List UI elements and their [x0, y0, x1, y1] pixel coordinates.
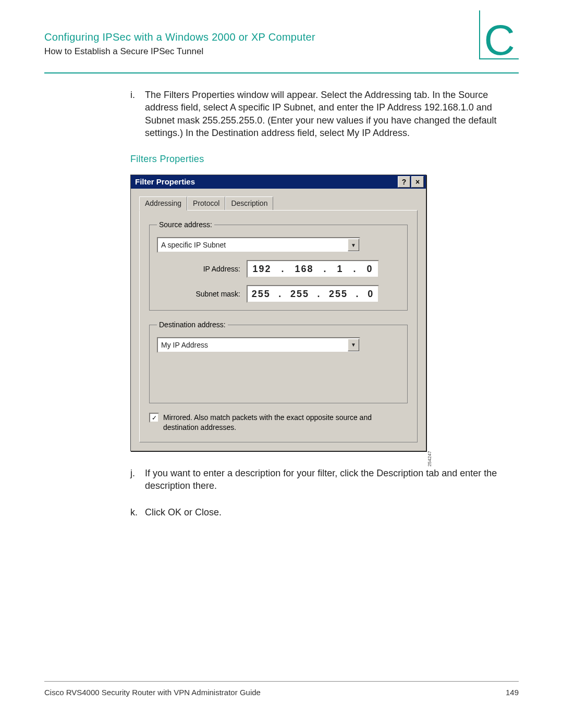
ip-octet: 168 [295, 263, 313, 275]
figure-label: Filters Properties [130, 153, 516, 165]
source-dropdown-value: A specific IP Subnet [161, 240, 226, 250]
header-subtitle: How to Establish a Secure IPSec Tunnel [44, 46, 519, 57]
subnet-mask-input[interactable]: 255. 255. 255. 0 [247, 285, 379, 303]
page-header: Configuring IPSec with a Windows 2000 or… [44, 23, 519, 73]
header-title: Configuring IPSec with a Windows 2000 or… [44, 31, 519, 43]
dialog-titlebar[interactable]: Filter Properties ? × [131, 175, 426, 189]
body-content: i. The Filters Properties window will ap… [130, 89, 516, 532]
document-page: Configuring IPSec with a Windows 2000 or… [0, 0, 563, 728]
tab-addressing[interactable]: Addressing [139, 196, 187, 211]
ip-octet: 1 [337, 263, 343, 275]
step-i: i. The Filters Properties window will ap… [130, 89, 516, 139]
destination-legend: Destination address: [157, 320, 228, 330]
tab-panel-addressing: Source address: A specific IP Subnet ▼ I… [139, 210, 418, 442]
close-button[interactable]: × [411, 176, 424, 188]
destination-dropdown-value: My IP Address [161, 340, 208, 350]
destination-address-dropdown[interactable]: My IP Address ▼ [157, 337, 360, 353]
step-text: If you want to enter a description for y… [145, 467, 516, 492]
subnet-mask-row: Subnet mask: 255. 255. 255. 0 [157, 285, 400, 303]
step-marker: k. [130, 506, 145, 519]
subnet-mask-label: Subnet mask: [157, 289, 247, 299]
step-k: k. Click OK or Close. [130, 506, 516, 519]
step-text: Click OK or Close. [145, 506, 516, 519]
source-address-dropdown[interactable]: A specific IP Subnet ▼ [157, 237, 360, 253]
ip-octet: 255 [290, 288, 309, 300]
ip-octet: 255 [252, 288, 271, 300]
chevron-down-icon: ▼ [348, 239, 359, 251]
tab-description[interactable]: Description [225, 196, 273, 210]
page-footer: Cisco RVS4000 Security Router with VPN A… [44, 681, 519, 697]
figure-code: 254247 [426, 451, 433, 466]
dialog-title: Filter Properties [133, 177, 397, 187]
ip-octet: 0 [366, 263, 373, 275]
tab-strip: Addressing Protocol Description [131, 189, 426, 210]
mirrored-row: ✓ Mirrored. Also match packets with the … [149, 413, 408, 433]
ip-address-label: IP Address: [157, 264, 247, 274]
step-marker: i. [130, 89, 145, 139]
appendix-letter: C [484, 19, 515, 61]
tab-protocol[interactable]: Protocol [187, 196, 225, 210]
step-text: The Filters Properties window will appea… [145, 89, 516, 139]
source-legend: Source address: [157, 220, 214, 230]
appendix-badge: C [467, 10, 519, 65]
filter-properties-dialog: Filter Properties ? × Addressing Protoco… [130, 175, 426, 451]
mirrored-checkbox[interactable]: ✓ [149, 413, 159, 423]
mirrored-label: Mirrored. Also match packets with the ex… [163, 413, 408, 433]
footer-page-number: 149 [506, 688, 519, 697]
destination-address-group: Destination address: My IP Address ▼ [149, 320, 408, 403]
ip-octet: 255 [329, 288, 348, 300]
source-address-group: Source address: A specific IP Subnet ▼ I… [149, 220, 408, 311]
chevron-down-icon: ▼ [348, 339, 359, 351]
footer-doc-title: Cisco RVS4000 Security Router with VPN A… [44, 688, 261, 697]
ip-address-input[interactable]: 192. 168. 1. 0 [247, 260, 379, 278]
step-j: j. If you want to enter a description fo… [130, 467, 516, 492]
step-marker: j. [130, 467, 145, 492]
help-button[interactable]: ? [398, 176, 410, 188]
ip-octet: 0 [368, 288, 374, 300]
ip-octet: 192 [252, 263, 271, 275]
ip-address-row: IP Address: 192. 168. 1. 0 [157, 260, 400, 278]
